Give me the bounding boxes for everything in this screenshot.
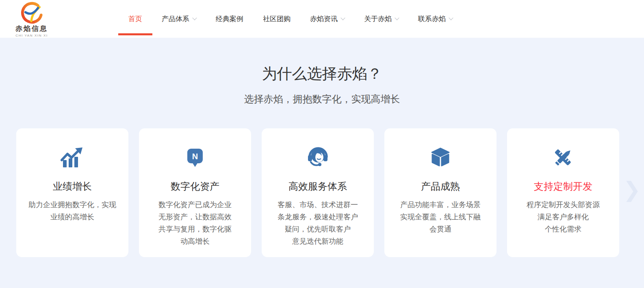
card-title: 数字化资产 — [139, 180, 251, 193]
nav-label: 赤焰资讯 — [310, 14, 338, 24]
card-description: 客服、市场、技术进群一 条龙服务，极速处理客户 疑问，优先听取客户 意见迭代新功… — [268, 199, 367, 247]
growth-chart-icon — [16, 145, 128, 170]
nav-label: 社区团购 — [263, 14, 291, 24]
feature-cards: 业绩增长 助力企业拥抱数字化，实现 业绩的高增长 N 数字化资产 数字化资产已成… — [16, 128, 644, 257]
brand-name-en: CHI YAN XIN XI — [11, 34, 53, 37]
card-description: 助力企业拥抱数字化，实现 业绩的高增长 — [23, 199, 122, 223]
chevron-down-icon — [192, 15, 197, 20]
cube-icon — [384, 145, 497, 170]
card-description: 产品功能丰富，业务场景 实现全覆盖，线上线下融 会贯通 — [391, 199, 490, 235]
brand-logo-flame-icon — [11, 2, 53, 25]
card-title: 业绩增长 — [16, 180, 128, 193]
why-choose-section: 为什么选择赤焰？ 选择赤焰，拥抱数字化，实现高增长 业绩增长 助力企业拥抱数字化… — [0, 38, 644, 288]
nav-item-community-groupbuy[interactable]: 社区团购 — [263, 0, 291, 38]
nav-label: 产品体系 — [162, 14, 189, 24]
card-title: 高效服务体系 — [262, 180, 374, 193]
chevron-down-icon — [449, 15, 453, 20]
n-badge-pin-icon: N — [139, 145, 251, 170]
chevron-down-icon — [340, 15, 345, 20]
nav-item-news[interactable]: 赤焰资讯 — [310, 0, 345, 38]
brand-name-cn: 赤焰信息 — [11, 24, 53, 33]
headset-support-icon — [262, 145, 374, 170]
nav-item-products[interactable]: 产品体系 — [162, 0, 196, 38]
brand-logo[interactable]: 赤焰信息 CHI YAN XIN XI — [11, 2, 53, 37]
nav-label: 关于赤焰 — [364, 14, 392, 24]
nav-item-home[interactable]: 首页 — [128, 0, 142, 38]
top-header: 赤焰信息 CHI YAN XIN XI 首页 产品体系 经典案例 社区团购 赤焰… — [0, 0, 644, 38]
nav-label: 首页 — [128, 14, 142, 24]
pen-ruler-icon — [507, 145, 619, 170]
carousel-next-arrow[interactable]: ❯ — [623, 179, 641, 200]
feature-card-growth: 业绩增长 助力企业拥抱数字化，实现 业绩的高增长 — [16, 128, 128, 257]
feature-card-mature-product: 产品成熟 产品功能丰富，业务场景 实现全覆盖，线上线下融 会贯通 — [384, 128, 497, 257]
card-title: 产品成熟 — [384, 180, 497, 193]
nav-label: 经典案例 — [216, 14, 243, 24]
nav-item-about[interactable]: 关于赤焰 — [364, 0, 399, 38]
chevron-down-icon — [395, 15, 399, 20]
nav-item-cases[interactable]: 经典案例 — [216, 0, 243, 38]
feature-card-service: 高效服务体系 客服、市场、技术进群一 条龙服务，极速处理客户 疑问，优先听取客户… — [262, 128, 374, 257]
main-nav: 首页 产品体系 经典案例 社区团购 赤焰资讯 关于赤焰 联系赤焰 — [128, 0, 453, 38]
nav-label: 联系赤焰 — [418, 14, 446, 24]
card-description: 数字化资产已成为企业 无形资产，让数据高效 共享与复用，数字化驱 动高增长 — [145, 199, 245, 247]
nav-item-contact[interactable]: 联系赤焰 — [418, 0, 453, 38]
section-subtitle: 选择赤焰，拥抱数字化，实现高增长 — [0, 93, 644, 106]
card-title: 支持定制开发 — [507, 180, 619, 193]
svg-text:N: N — [192, 152, 198, 161]
feature-card-custom-dev: 支持定制开发 程序定制开发头部资源 满足客户多样化 个性化需求 — [507, 128, 619, 257]
card-description: 程序定制开发头部资源 满足客户多样化 个性化需求 — [514, 199, 613, 235]
feature-card-digital-assets: N 数字化资产 数字化资产已成为企业 无形资产，让数据高效 共享与复用，数字化驱… — [139, 128, 251, 257]
section-title: 为什么选择赤焰？ — [0, 38, 644, 84]
